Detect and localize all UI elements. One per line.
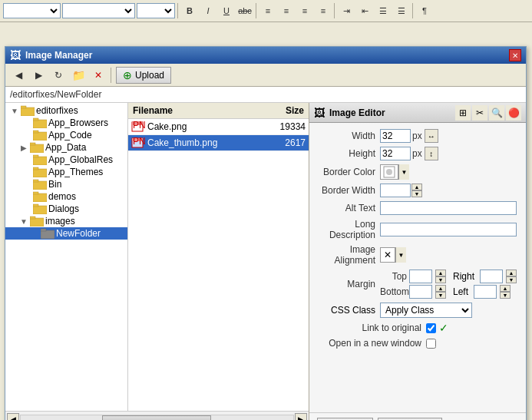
strikethrough-btn[interactable]: abc (236, 2, 253, 19)
tree-toggle-app-data[interactable]: ▶ (18, 144, 30, 152)
border-width-spinner[interactable]: ▲ ▼ (411, 184, 422, 197)
back-button[interactable]: ◀ (10, 67, 27, 84)
tree-item-app-browsers[interactable]: App_Browsers (5, 117, 127, 129)
toolbar-sep-4 (412, 3, 414, 18)
paragraph-style-select[interactable]: Paragraph Style (3, 3, 61, 18)
tree-item-app-themes[interactable]: App_Themes (5, 166, 127, 178)
margin-right-input[interactable] (480, 270, 503, 283)
scroll-right-btn[interactable]: ▶ (295, 413, 307, 421)
margin-left-spinner[interactable]: ▲ ▼ (500, 285, 511, 299)
svg-rect-2 (33, 120, 47, 128)
width-input[interactable] (380, 129, 411, 143)
file-panel-scrollbar[interactable]: ◀ ▶ (5, 411, 309, 420)
ol-btn[interactable]: ☰ (375, 2, 392, 19)
scroll-left-btn[interactable]: ◀ (7, 413, 19, 421)
file-icon-cake: PNG (131, 121, 145, 133)
new-folder-button[interactable]: 📁 (70, 67, 87, 84)
border-width-down[interactable]: ▼ (411, 190, 422, 197)
margin-label: Margin (319, 279, 380, 289)
tree-item-bin[interactable]: Bin (5, 178, 127, 190)
refresh-button[interactable]: ↻ (50, 67, 67, 84)
margin-right-up[interactable]: ▲ (506, 270, 517, 276)
tree-item-app-code[interactable]: App_Code (5, 129, 127, 141)
forward-button[interactable]: ▶ (30, 67, 47, 84)
margin-bottom-down[interactable]: ▼ (435, 292, 446, 299)
margin-left-down[interactable]: ▼ (500, 292, 511, 299)
height-link-btn[interactable]: ↕ (425, 147, 438, 160)
css-class-select[interactable]: Apply Class (380, 303, 472, 318)
width-link-btn[interactable]: ↔ (425, 129, 438, 143)
delete-button[interactable]: ✕ (90, 67, 107, 84)
tree-item-images[interactable]: ▼ images (5, 215, 127, 227)
folder-icon (33, 179, 47, 190)
margin-left-input[interactable] (474, 285, 497, 299)
border-color-dropdown[interactable]: ▼ (398, 164, 409, 180)
margin-top-spinner[interactable]: ▲ ▼ (435, 270, 446, 283)
tree-item-app-globalres[interactable]: App_GlobalRes (5, 154, 127, 166)
scroll-track[interactable] (20, 415, 294, 421)
ie-title-text: Image Editor (329, 107, 385, 118)
file-row-cake-thumb[interactable]: PNG Cake_thumb.png 2617 (128, 135, 309, 151)
alignment-dropdown[interactable]: ▼ (395, 247, 406, 263)
ie-toolbar-icons: ⊞ ✂ 🔍 🔴 (455, 105, 521, 121)
border-width-input[interactable] (380, 184, 411, 197)
border-width-up[interactable]: ▲ (411, 184, 422, 190)
ul-btn[interactable]: ☰ (393, 2, 410, 19)
italic-btn[interactable]: I (200, 2, 216, 19)
alignment-value-btn[interactable]: ✕ (380, 247, 395, 263)
border-color-picker[interactable] (380, 164, 398, 180)
ie-icon-btn-zoom[interactable]: 🔍 (489, 105, 504, 121)
underline-btn[interactable]: U (218, 2, 235, 19)
ie-link-original-row: Link to original ✓ (319, 322, 517, 334)
tree-item-root[interactable]: ▼ editorfixes (5, 104, 127, 117)
font-name-select[interactable]: Font Name (62, 3, 135, 18)
margin-bottom-spinner[interactable]: ▲ ▼ (435, 285, 446, 299)
long-desc-input[interactable] (380, 223, 517, 236)
file-row-cake[interactable]: PNG Cake.png 19334 (128, 119, 309, 135)
align-center-btn[interactable]: ≡ (278, 2, 295, 19)
tree-panel[interactable]: ▼ editorfixes App_Browsers Ap (5, 103, 128, 411)
outdent-btn[interactable]: ⇤ (356, 2, 373, 19)
margin-left-label: Left (453, 286, 468, 297)
margin-bottom-up[interactable]: ▲ (435, 285, 446, 292)
ie-alignment-row: Image Alignment ✕ ▼ (319, 244, 517, 266)
open-new-window-checkbox[interactable] (426, 339, 436, 349)
align-left-btn[interactable]: ≡ (259, 2, 276, 19)
tree-item-app-data[interactable]: ▶ App_Data (5, 141, 127, 154)
margin-left-up[interactable]: ▲ (500, 285, 511, 292)
margin-top-down[interactable]: ▼ (435, 276, 446, 283)
ie-icon-btn-1[interactable]: ⊞ (455, 105, 471, 121)
margin-right-spinner[interactable]: ▲ ▼ (506, 270, 517, 283)
margin-right-down[interactable]: ▼ (506, 276, 517, 283)
tree-toggle-root[interactable]: ▼ (8, 107, 21, 115)
ie-icon-btn-close[interactable]: 🔴 (506, 105, 521, 121)
format-btn[interactable]: ¶ (416, 2, 433, 19)
align-right-btn[interactable]: ≡ (296, 2, 313, 19)
margin-top-up[interactable]: ▲ (435, 270, 446, 276)
alt-text-input[interactable] (380, 201, 517, 215)
bold-btn[interactable]: B (181, 2, 198, 19)
font-size-select[interactable]: Real fc (137, 3, 175, 18)
indent-btn[interactable]: ⇥ (338, 2, 355, 19)
margin-bottom-input[interactable] (409, 285, 432, 299)
svg-rect-19 (30, 217, 35, 219)
height-input[interactable] (380, 147, 411, 160)
upload-label: Upload (135, 70, 164, 81)
tree-toggle-images[interactable]: ▼ (18, 217, 30, 226)
ie-css-class-row: CSS Class Apply Class (319, 303, 517, 318)
ie-width-row: Width px ↔ (319, 129, 517, 143)
ie-border-color-row: Border Color ▼ (319, 164, 517, 180)
dialog-close-button[interactable]: ✕ (509, 49, 521, 61)
ie-preview-bar: Preview Properties (309, 412, 526, 420)
margin-top-input[interactable] (409, 270, 432, 283)
ie-icon-btn-2[interactable]: ✂ (472, 105, 487, 121)
link-original-checkbox[interactable] (426, 323, 436, 333)
alignment-label: Image Alignment (319, 244, 380, 266)
tree-item-newfolder[interactable]: NewFolder (5, 227, 127, 240)
align-justify-btn[interactable]: ≡ (315, 2, 332, 19)
tree-item-demos[interactable]: demos (5, 190, 127, 203)
tree-item-dialogs[interactable]: Dialogs (5, 203, 127, 215)
svg-rect-16 (33, 206, 47, 214)
tree-label: App_Browsers (48, 117, 108, 128)
upload-button[interactable]: ⊕ Upload (116, 67, 171, 84)
